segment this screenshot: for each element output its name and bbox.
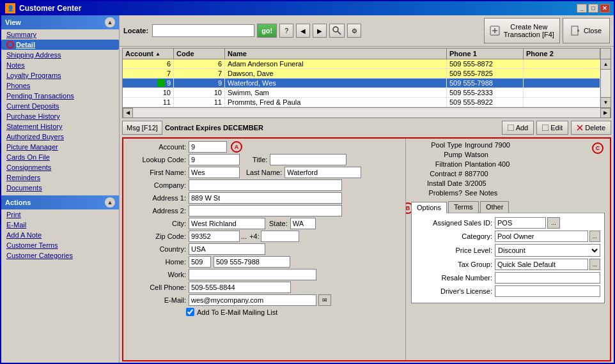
go-button[interactable]: go! — [257, 24, 277, 38]
sidebar-item-docs[interactable]: Documents — [1, 183, 119, 193]
lastname-input[interactable] — [284, 167, 361, 178]
col-account[interactable]: Account ▲ — [123, 49, 174, 59]
back-button[interactable]: ◀ — [296, 24, 310, 38]
resale-input[interactable] — [495, 272, 600, 284]
right-panel: Locate: go! ? ◀ ▶ ⚙ Create NewTransactio… — [120, 15, 614, 363]
sidebar-item-purchase[interactable]: Purchase History — [1, 111, 119, 121]
help-button[interactable]: ? — [279, 24, 293, 38]
scroll-left-btn[interactable]: ◀ — [123, 108, 133, 118]
sidebar-item-note[interactable]: Add A Note — [1, 230, 119, 240]
scroll-up-btn[interactable]: ▲ — [601, 59, 611, 70]
detail-right: Pool Type Inground 7900 Pump Watson Filt… — [405, 139, 610, 360]
price-level-row: Price Level: Discount Standard Wholesale — [416, 244, 600, 257]
zip-input[interactable] — [189, 231, 240, 242]
firstname-input[interactable] — [189, 167, 240, 178]
country-input[interactable] — [189, 243, 265, 255]
c-circle-badge: C — [592, 142, 603, 154]
table-row[interactable]: 10 10 Swimm, Sam 509 555-2333 — [123, 88, 600, 98]
state-input[interactable] — [290, 218, 316, 229]
sidebar-item-statement[interactable]: Statement History — [1, 121, 119, 132]
home-area-input[interactable] — [189, 256, 211, 268]
company-input[interactable] — [189, 179, 342, 191]
city-input[interactable] — [189, 218, 265, 229]
email-list-label: Add To E-Mail Mailing List — [197, 308, 277, 316]
actions-collapse-icon[interactable]: ▲ — [105, 197, 115, 208]
tab-options[interactable]: Options — [411, 202, 447, 213]
sidebar-item-pending[interactable]: Pending Transactions — [1, 91, 119, 101]
sidebar-item-summary[interactable]: Summary — [1, 29, 119, 40]
cell-account: 9 — [123, 79, 174, 87]
table-horiz-scroll[interactable]: ◀ ▶ — [123, 107, 611, 118]
locate-input[interactable] — [152, 24, 254, 37]
home-phone-input[interactable] — [214, 256, 290, 268]
window-close-button[interactable]: ✕ — [600, 4, 610, 13]
msg-button[interactable]: Msg [F12] — [122, 121, 162, 135]
address1-input[interactable] — [189, 192, 342, 204]
scroll-down-btn[interactable]: ▼ — [601, 97, 611, 107]
lookup-input[interactable] — [189, 154, 240, 165]
zip4-input[interactable] — [261, 231, 299, 242]
tab-other[interactable]: Other — [480, 201, 510, 213]
sales-id-btn[interactable]: ... — [547, 217, 560, 229]
price-level-select[interactable]: Discount Standard Wholesale — [495, 244, 600, 257]
pool-type-value: Inground 7900 — [465, 141, 510, 149]
minimize-button[interactable]: _ — [577, 4, 587, 13]
tax-group-btn[interactable]: ... — [589, 259, 600, 270]
name-row: First Name: Last Name: — [128, 167, 400, 178]
edit-button[interactable]: Edit — [536, 121, 568, 135]
work-phone-input[interactable] — [189, 269, 316, 280]
view-collapse-icon[interactable]: ▲ — [105, 17, 115, 27]
col-phone2[interactable]: Phone 2 — [524, 49, 600, 59]
table-row[interactable]: 11 11 Prommts, Fred & Paula 509 555-8922 — [123, 98, 600, 107]
close-main-button[interactable]: Close — [563, 18, 610, 43]
sidebar-item-terms[interactable]: Customer Terms — [1, 240, 119, 250]
cell-phone2 — [524, 98, 600, 107]
tax-group-input[interactable] — [495, 259, 588, 270]
sidebar-item-email[interactable]: E-Mail — [1, 220, 119, 230]
create-transaction-button[interactable]: Create NewTransaction [F4] — [484, 18, 560, 43]
resale-row: Resale Number: — [416, 272, 600, 284]
col-phone1[interactable]: Phone 1 — [447, 49, 524, 59]
email-list-checkbox[interactable] — [186, 308, 194, 316]
cell-input[interactable] — [189, 282, 291, 293]
forward-button[interactable]: ▶ — [313, 24, 327, 38]
work-label: Work: — [128, 271, 186, 278]
scroll-right-btn[interactable]: ▶ — [600, 108, 611, 118]
category-btn[interactable]: ... — [589, 231, 600, 242]
email-button[interactable]: ✉ — [318, 294, 331, 306]
sidebar-item-cards[interactable]: Cards On File — [1, 152, 119, 162]
sidebar-item-detail[interactable]: Detail — [1, 40, 119, 50]
tab-terms[interactable]: Terms — [448, 201, 479, 213]
sidebar-item-buyers[interactable]: Authorized Buyers — [1, 132, 119, 142]
sidebar-item-deposits[interactable]: Current Deposits — [1, 101, 119, 111]
maximize-button[interactable]: □ — [588, 4, 598, 13]
col-name[interactable]: Name — [225, 49, 447, 59]
license-input[interactable] — [495, 285, 600, 297]
table-row[interactable]: 9 9 Waterford, Wes 509 555-7988 — [123, 79, 600, 88]
sales-id-input[interactable] — [495, 217, 546, 229]
table-row[interactable]: 7 7 Dawson, Dave 509 555-7825 — [123, 69, 600, 79]
delete-button[interactable]: Delete — [571, 121, 611, 135]
settings-button[interactable]: ⚙ — [347, 24, 361, 38]
table-scrollbar[interactable]: ▲ ▼ — [600, 59, 611, 107]
sidebar-item-categories[interactable]: Customer Categories — [1, 250, 119, 261]
sidebar-item-consign[interactable]: Consignments — [1, 162, 119, 172]
account-input[interactable] — [189, 141, 227, 153]
title-input[interactable] — [270, 154, 346, 165]
address2-label: Address 2: — [128, 207, 186, 215]
search-button[interactable] — [329, 24, 345, 38]
add-button[interactable]: Add — [502, 121, 534, 135]
sidebar-item-loyalty[interactable]: Loyalty Programs — [1, 70, 119, 80]
sidebar-item-shipping[interactable]: Shipping Address — [1, 50, 119, 60]
sidebar-item-print[interactable]: Print — [1, 209, 119, 220]
sidebar-item-remind[interactable]: Reminders — [1, 172, 119, 183]
address2-input[interactable] — [189, 205, 342, 216]
sidebar-item-phones[interactable]: Phones — [1, 80, 119, 91]
cell-account: 6 — [123, 59, 174, 68]
col-code[interactable]: Code — [174, 49, 225, 59]
sidebar-item-picture[interactable]: Picture Manager — [1, 142, 119, 152]
table-row[interactable]: 6 6 Adam Anderson Funeral 509 555-8872 — [123, 59, 600, 69]
sidebar-item-notes[interactable]: Notes — [1, 60, 119, 70]
email-input[interactable] — [189, 294, 316, 306]
category-input[interactable] — [495, 231, 588, 242]
